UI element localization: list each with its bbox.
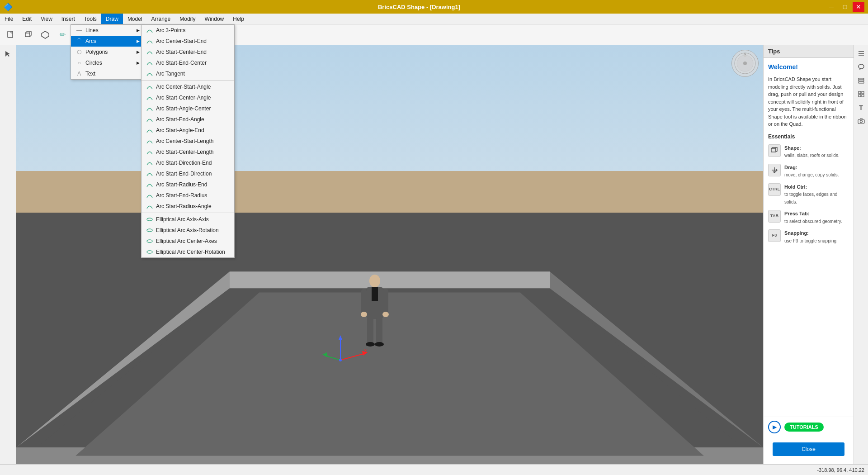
arc-start-end-angle[interactable]: Arc Start-End-Angle	[142, 114, 234, 125]
menu-tools[interactable]: Tools	[80, 14, 101, 24]
arc-center-start-end[interactable]: Arc Center-Start-End	[142, 36, 234, 47]
tips-title: Tips	[768, 48, 780, 55]
arc-start-direction-end[interactable]: Arc Start-Direction-End	[142, 157, 234, 168]
svg-point-71	[147, 251, 152, 253]
arc-start-end-radius[interactable]: Arc Start-End-Radius	[142, 190, 234, 201]
svg-rect-61	[859, 82, 864, 83]
left-tool-select[interactable]	[1, 47, 15, 61]
svg-point-37	[361, 312, 367, 317]
svg-rect-1	[25, 33, 30, 37]
arc-scang-icon	[146, 94, 153, 101]
coordinates: -318.98, 96.4, 410.22	[817, 467, 864, 473]
menu-model[interactable]: Model	[123, 14, 147, 24]
close-button[interactable]: ✕	[853, 2, 864, 12]
layers-button[interactable]	[855, 74, 868, 87]
arc-center-start-length[interactable]: Arc Center-Start-Length	[142, 136, 234, 147]
menu-arrange[interactable]: Arrange	[147, 14, 175, 24]
balloon-button[interactable]	[855, 61, 868, 73]
drag-desc: move, change, copy solids.	[784, 172, 839, 177]
arc-center-start-angle[interactable]: Arc Center-Start-Angle	[142, 81, 234, 92]
essential-f3: F3 Snapping: use F3 to toggle snapping.	[768, 229, 849, 244]
elliptic-axis-rotation[interactable]: Elliptical Arc Axis-Rotation	[142, 225, 234, 236]
arc-sre-icon	[146, 181, 153, 188]
play-button[interactable]: ▶	[768, 421, 781, 433]
arc-start-radius-angle[interactable]: Arc Start-Radius-Angle	[142, 201, 234, 212]
svg-point-28	[369, 275, 380, 287]
ctrl-icon: CTRL	[768, 183, 781, 196]
blocks-button[interactable]	[855, 88, 868, 100]
menu-help[interactable]: Help	[228, 14, 249, 24]
tips-welcome: Welcome!	[768, 62, 849, 72]
menu-file[interactable]: File	[0, 14, 18, 24]
camera-button[interactable]	[855, 115, 868, 128]
toolbar-shape[interactable]	[37, 27, 53, 43]
tips-intro: In BricsCAD Shape you start modeling dir…	[768, 76, 849, 128]
svg-text:X: X	[364, 348, 367, 353]
left-sidebar	[0, 45, 16, 464]
svg-marker-40	[339, 335, 342, 340]
svg-rect-30	[372, 287, 378, 301]
svg-text:N: N	[744, 52, 746, 56]
text-tool-button[interactable]: T	[855, 101, 868, 114]
lines-icon: —	[75, 27, 83, 34]
arc-sce-icon	[146, 48, 153, 56]
essential-shape: Shape: walls, slabs, roofs or solids.	[768, 144, 849, 159]
menu-item-polygons[interactable]: ⬡ Polygons	[71, 47, 142, 57]
arc-csang-icon	[146, 83, 153, 90]
menu-item-circles[interactable]: ○ Circles	[71, 57, 142, 68]
arc-start-radius-end[interactable]: Arc Start-Radius-End	[142, 179, 234, 190]
svg-rect-60	[859, 80, 864, 81]
titlebar: 🔷 BricsCAD Shape - [Drawing1] ─ □ ✕	[0, 0, 868, 14]
arc-start-end-direction[interactable]: Arc Start-End-Direction	[142, 168, 234, 179]
elliptic-ar-icon	[146, 227, 153, 234]
elliptic-axis-axis[interactable]: Elliptical Arc Axis-Axis	[142, 214, 234, 225]
arc-3points[interactable]: Arc 3-Points	[142, 25, 234, 36]
arc-scl-icon	[146, 148, 153, 156]
arc-tangent[interactable]: Arc Tangent	[142, 68, 234, 79]
menu-insert[interactable]: Insert	[57, 14, 80, 24]
toolbar-pencil[interactable]: ✏	[54, 27, 71, 43]
menu-item-lines[interactable]: — Lines	[71, 25, 142, 36]
menu-draw[interactable]: Draw	[101, 14, 123, 24]
menubar: File Edit View Insert Tools Draw Model A…	[0, 14, 868, 24]
compass: N	[731, 50, 759, 77]
properties-button[interactable]	[855, 47, 868, 60]
menu-edit[interactable]: Edit	[18, 14, 36, 24]
arc-divider1	[142, 80, 234, 81]
arc-sed-icon	[146, 170, 153, 177]
arc-start-center-end[interactable]: Arc Start-Center-End	[142, 47, 234, 57]
minimize-button[interactable]: ─	[826, 2, 837, 12]
svg-point-36	[375, 342, 384, 347]
arc-start-angle-center[interactable]: Arc Start-Angle-Center	[142, 103, 234, 114]
menu-item-text[interactable]: A Text	[71, 68, 142, 79]
tutorials-button[interactable]: TUTORIALS	[784, 423, 824, 432]
arc-start-center-angle[interactable]: Arc Start-Center-Angle	[142, 92, 234, 103]
elliptic-aa-icon	[146, 216, 153, 223]
elliptic-center-rotation[interactable]: Elliptical Arc Center-Rotation	[142, 247, 234, 257]
svg-rect-62	[859, 91, 861, 94]
menu-view[interactable]: View	[36, 14, 57, 24]
main-area: X N Tips Welcome! In Brics	[0, 45, 868, 464]
menu-modify[interactable]: Modify	[175, 14, 200, 24]
arc-start-end-center[interactable]: Arc Start-End-Center	[142, 57, 234, 68]
svg-line-41	[340, 353, 365, 360]
draw-menu: — Lines ⌒ Arcs ⬡ Polygons ○ Circles A Te…	[71, 24, 143, 80]
arc-csl-icon	[146, 138, 153, 145]
arc-start-angle-end[interactable]: Arc Start-Angle-End	[142, 125, 234, 136]
maximize-button[interactable]: □	[839, 2, 851, 12]
svg-point-57	[859, 64, 864, 69]
menu-item-arcs[interactable]: ⌒ Arcs	[71, 36, 142, 47]
menu-window[interactable]: Window	[200, 14, 229, 24]
svg-rect-64	[859, 95, 861, 97]
ctrl-desc: to toggle faces, edges and solids.	[784, 192, 837, 204]
toolbar-new[interactable]	[3, 27, 19, 43]
titlebar-left: 🔷	[4, 3, 13, 11]
close-tips-button[interactable]: Close	[773, 442, 844, 456]
essential-tab: TAB Press Tab: to select obscured geomet…	[768, 210, 849, 225]
svg-rect-33	[367, 318, 373, 343]
toolbar-box[interactable]	[20, 27, 36, 43]
viewport[interactable]: X N	[16, 45, 763, 464]
close-section: Close	[764, 437, 854, 464]
elliptic-center-axes[interactable]: Elliptical Arc Center-Axes	[142, 236, 234, 247]
arc-start-center-length[interactable]: Arc Start-Center-Length	[142, 147, 234, 157]
